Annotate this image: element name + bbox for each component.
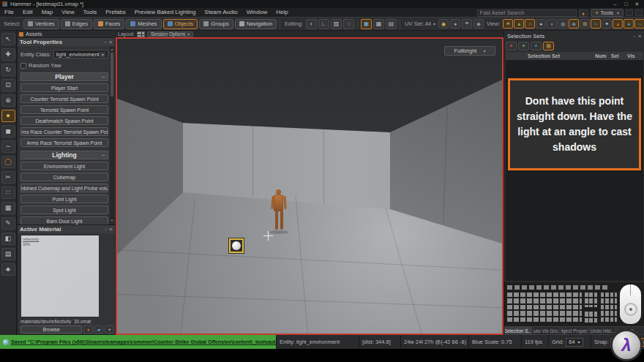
minimize-button[interactable]: – (610, 1, 620, 7)
viewport-3d[interactable]: Fullbright (116, 37, 503, 335)
view-ball-icon[interactable]: ● (536, 19, 546, 29)
lighting-entity-button[interactable]: Cubemap (20, 173, 108, 181)
editing-grid-icon[interactable]: ▦ (373, 19, 384, 29)
menu-item[interactable]: Preview Baked Lighting (130, 8, 201, 17)
editing-corner-icon[interactable]: ∟ (318, 19, 329, 29)
gamepad-icon[interactable]: ◆ (473, 19, 484, 29)
tab-object-properties[interactable]: Object Proper... (561, 326, 588, 335)
tool-entity[interactable]: ● (1, 110, 15, 122)
folder-icon[interactable]: ▰ (94, 325, 104, 333)
pin-icon[interactable]: ▫ (105, 227, 106, 233)
lighting-entity-button[interactable]: Point Light (20, 195, 108, 203)
layout-pane-icon[interactable] (626, 10, 633, 16)
menu-item[interactable]: Edit (18, 8, 37, 17)
browse-button[interactable]: Browse (20, 325, 82, 333)
scroll-up-icon[interactable]: ▲ (110, 47, 114, 52)
tab-undo-history[interactable]: Undo Hist... (589, 326, 617, 335)
player-entity-button[interactable]: Player Start (20, 83, 108, 92)
tool-select[interactable]: ↖ (1, 33, 15, 45)
set-options-icon[interactable]: ▦ (543, 42, 554, 50)
select-mode-meshes[interactable]: Meshes (126, 19, 161, 29)
menu-item[interactable]: Help (272, 8, 292, 17)
assets-tab[interactable]: Assets (17, 31, 116, 37)
tool-scale[interactable]: ⊡ (1, 79, 15, 91)
select-mode-objects[interactable]: Objects (163, 19, 198, 29)
select-mode-vertices[interactable]: Vertices (23, 19, 59, 29)
tool-displacement[interactable]: ◧ (1, 233, 15, 245)
view-weapon-icon[interactable]: ◗ (547, 19, 557, 29)
tab-auto-vis-groups[interactable]: Auto Vis Gro... (533, 326, 561, 335)
add-to-set-icon[interactable]: ✦ (518, 42, 529, 50)
lighting-section-header[interactable]: Lighting − (20, 151, 108, 159)
view-prop-icon[interactable]: ◍ (558, 19, 568, 29)
lighting-entity-button[interactable]: Spot Light (20, 205, 108, 214)
close-icon[interactable]: ✕ (109, 39, 113, 45)
layout-grid-icon[interactable] (137, 31, 145, 37)
material-preview[interactable]: reflectivity 30% (21, 235, 99, 317)
view-crate-icon[interactable]: ▦ (580, 19, 590, 29)
tool-block[interactable]: ◼ (1, 125, 15, 137)
collapse-icon[interactable]: − (102, 74, 105, 80)
tool-paint[interactable]: ✎ (1, 217, 15, 230)
tool-vertex[interactable]: ∷ (1, 186, 15, 199)
tools-menu-button[interactable]: ✶ Tools (591, 9, 624, 17)
lighting-entity-button[interactable]: Environment Light (20, 162, 108, 170)
tool-rotate[interactable]: ↻ (1, 64, 15, 76)
fast-asset-search-input[interactable] (477, 10, 577, 17)
view-water-icon[interactable]: ≈ (591, 19, 601, 29)
session-options-button[interactable]: Session Options (147, 31, 193, 37)
tool-tile[interactable]: ▦ (1, 202, 15, 214)
grid-size-dropdown[interactable]: 64 ▾ (566, 338, 583, 347)
editing-sphere-icon[interactable]: ◐ (306, 19, 317, 29)
shading-mode-dropdown[interactable]: Fullbright (444, 46, 495, 56)
menu-item[interactable]: Prefabs (101, 8, 130, 17)
player-entity-button[interactable]: Terrorist Spawn Point (20, 105, 108, 114)
player-entity-button[interactable]: Arms Race Counter Terrorist Spawn Point (20, 127, 108, 136)
scroll-down-icon[interactable]: ▼ (110, 218, 114, 223)
pin-icon[interactable]: ▫ (105, 39, 106, 45)
player-section-header[interactable]: Player − (20, 72, 108, 81)
view-runner-icon[interactable]: ✦ (602, 19, 612, 29)
menu-item[interactable]: View (57, 8, 78, 17)
close-button[interactable]: ✕ (632, 1, 642, 7)
select-mode-navigation[interactable]: Navigation (235, 19, 277, 29)
tab-selection-sets[interactable]: Selection S... (504, 326, 532, 335)
tool-pivot[interactable]: ⊕ (1, 94, 15, 107)
pin-icon[interactable]: ▫ (634, 34, 635, 39)
view-droplet-icon[interactable]: ● (624, 19, 634, 29)
menu-item[interactable]: Window (242, 8, 272, 17)
tool-clip[interactable]: ✂ (1, 171, 15, 184)
view-helmet-icon[interactable]: ∩ (525, 19, 535, 29)
tool-foliage[interactable]: ♣ (1, 263, 15, 276)
close-icon[interactable]: ✕ (638, 34, 642, 39)
tool-move[interactable]: ✚ (1, 48, 15, 61)
select-mode-groups[interactable]: Groups (199, 19, 233, 29)
menu-item[interactable]: Tools (78, 8, 101, 17)
editing-pivot-icon[interactable]: ▣ (361, 19, 372, 29)
flame-icon[interactable]: ♦ (83, 325, 93, 333)
tool-ellipse[interactable]: ◯ (1, 156, 15, 168)
lighting-entity-button[interactable]: Combined Cubemap and Light Probe volume (20, 184, 108, 192)
view-shield-icon[interactable]: ◆ (569, 19, 579, 29)
uv-set-dropdown[interactable]: UV Set: All (405, 20, 435, 27)
physics-icon[interactable]: ◉ (438, 19, 449, 29)
tool-stack[interactable]: ▤ (1, 248, 15, 260)
layout-pane-icon[interactable] (635, 10, 643, 16)
select-mode-edges[interactable]: Edges (61, 19, 92, 29)
light-environment-entity[interactable] (229, 238, 244, 253)
player-entity-button[interactable]: Counter Terrorist Spawn Point (20, 94, 108, 103)
maximize-button[interactable]: □ (621, 1, 631, 7)
announce-icon[interactable]: ♦ (579, 10, 588, 17)
menu-item[interactable]: File (0, 8, 18, 17)
chevron-down-icon[interactable]: ▾ (105, 325, 114, 333)
menu-item[interactable]: Steam Audio (200, 8, 242, 17)
view-wave-icon[interactable]: ∼ (634, 19, 644, 29)
parachute-icon[interactable]: ☂ (462, 19, 472, 29)
player-model[interactable] (268, 189, 290, 235)
new-set-icon[interactable]: ✦ (506, 42, 517, 50)
player-entity-button[interactable]: Deathmatch Spawn Point (20, 116, 108, 125)
player-entity-button[interactable]: Arms Race Terrorist Spawn Point (20, 138, 108, 147)
view-light-icon[interactable]: ☀ (503, 19, 513, 29)
close-icon[interactable]: ✕ (109, 227, 113, 233)
tool-path[interactable]: ∼ (1, 140, 15, 153)
